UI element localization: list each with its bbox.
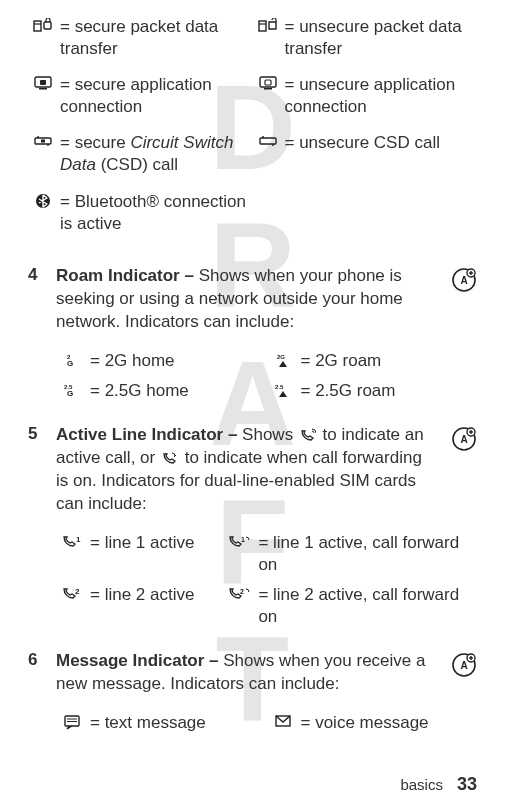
svg-text:1: 1	[76, 535, 81, 544]
secure-csd-icon	[32, 132, 54, 148]
line1-active-icon: 1	[60, 532, 84, 548]
section6-title: Message Indicator –	[56, 651, 223, 670]
line2-active-icon: 2	[60, 584, 84, 600]
roam-subgrid: 2G = 2G home 2G = 2G roam 2.5G = 2.5G ho…	[56, 346, 477, 406]
line2-fwd-label: = line 2 active, call forward on	[258, 584, 473, 628]
line2-fwd-icon: 2	[228, 584, 252, 600]
section5-num: 5	[28, 424, 46, 444]
unsecure-app-label: = unsecure application connection	[285, 74, 474, 118]
line1-fwd-label: = line 1 active, call forward on	[258, 532, 473, 576]
unsecure-app-icon	[257, 74, 279, 90]
unsecure-packet-label: = unsecure packet data transfer	[285, 16, 474, 60]
svg-text:A: A	[460, 660, 467, 671]
g2-roam-label: = 2G roam	[301, 350, 474, 372]
secure-csd-label: = secure Circuit Switch Data (CSD) call	[60, 132, 249, 176]
section6-body: Message Indicator – Shows when you recei…	[56, 650, 435, 696]
svg-text:2: 2	[240, 588, 244, 595]
secure-csd-suffix: (CSD) call	[96, 155, 178, 174]
svg-marker-23	[279, 361, 287, 367]
svg-rect-2	[44, 22, 51, 29]
top-indicator-grid: = secure packet data transfer = unsecure…	[28, 12, 477, 245]
g25-roam-label: = 2.5G roam	[301, 380, 474, 402]
secure-packet-label: = secure packet data transfer	[60, 16, 249, 60]
roam-indicator-icon: A	[451, 265, 477, 293]
secure-packet-icon	[32, 16, 54, 32]
unsecure-csd-label: = unsecure CSD call	[285, 132, 474, 154]
section-roam: 4 Roam Indicator – Shows when your phone…	[28, 265, 477, 406]
bluetooth-icon	[32, 191, 54, 209]
g25-roam-icon: 2.5	[271, 380, 295, 398]
secure-csd-cell: = secure Circuit Switch Data (CSD) call	[28, 128, 253, 186]
active-line-indicator-icon: A	[451, 424, 477, 452]
section5-body: Active Line Indicator – Shows to indicat…	[56, 424, 435, 516]
unsecure-csd-cell: = unsecure CSD call	[253, 128, 478, 186]
secure-app-cell: = secure application connection	[28, 70, 253, 128]
svg-rect-3	[259, 21, 266, 31]
bluetooth-label: = Bluetooth® connection is active	[60, 191, 249, 235]
g2-roam-cell: 2G = 2G roam	[267, 346, 478, 376]
line1-active-label: = line 1 active	[90, 532, 220, 554]
voice-msg-icon	[271, 712, 295, 728]
svg-text:1: 1	[241, 536, 245, 543]
g2-roam-icon: 2G	[271, 350, 295, 368]
svg-rect-13	[260, 138, 276, 144]
text-msg-cell: = text message	[56, 708, 267, 738]
svg-text:2G: 2G	[277, 354, 285, 360]
text-msg-icon	[60, 712, 84, 730]
message-indicator-icon: A	[451, 650, 477, 678]
g2-home-cell: 2G = 2G home	[56, 346, 267, 376]
section4-num: 4	[28, 265, 46, 285]
unsecure-packet-icon	[257, 16, 279, 32]
section-message: 6 Message Indicator – Shows when you rec…	[28, 650, 477, 738]
line1-fwd-icon: 1	[228, 532, 252, 548]
svg-text:G: G	[67, 359, 73, 368]
svg-rect-12	[41, 140, 45, 143]
secure-app-icon	[32, 74, 54, 90]
secure-csd-prefix: = secure	[60, 133, 130, 152]
g25-home-icon: 2.5G	[60, 380, 84, 398]
svg-rect-6	[39, 88, 47, 90]
line1-active-cell: 1 = line 1 active	[56, 528, 224, 580]
line2-fwd-cell: 2 = line 2 active, call forward on	[224, 580, 477, 632]
line1-fwd-cell: 1 = line 1 active, call forward on	[224, 528, 477, 580]
unsecure-app-cell: = unsecure application connection	[253, 70, 478, 128]
voice-msg-cell: = voice message	[267, 708, 478, 738]
footer-label: basics	[400, 776, 443, 793]
active-call-inline-icon	[300, 428, 316, 442]
secure-app-label: = secure application connection	[60, 74, 249, 118]
svg-rect-10	[265, 80, 271, 85]
section6-num: 6	[28, 650, 46, 670]
message-subgrid: = text message = voice message	[56, 708, 477, 738]
svg-text:A: A	[460, 275, 467, 286]
section-active-line: 5 Active Line Indicator – Shows to indic…	[28, 424, 477, 632]
svg-text:G: G	[67, 389, 73, 398]
secure-packet-cell: = secure packet data transfer	[28, 12, 253, 70]
g2-home-label: = 2G home	[90, 350, 263, 372]
g25-roam-cell: 2.5 = 2.5G roam	[267, 376, 478, 406]
g25-home-label: = 2.5G home	[90, 380, 263, 402]
active-line-subgrid: 1 = line 1 active 1 = line 1 active, cal…	[56, 528, 477, 632]
text-msg-label: = text message	[90, 712, 263, 734]
bluetooth-cell: = Bluetooth® connection is active	[28, 187, 253, 245]
g25-home-cell: 2.5G = 2.5G home	[56, 376, 267, 406]
svg-text:2.5: 2.5	[275, 384, 284, 390]
svg-rect-7	[40, 80, 46, 85]
line2-active-label: = line 2 active	[90, 584, 220, 606]
section5-desc-pre: Shows	[242, 425, 298, 444]
section5-title: Active Line Indicator –	[56, 425, 242, 444]
unsecure-csd-icon	[257, 132, 279, 148]
svg-rect-0	[34, 21, 41, 31]
line2-active-cell: 2 = line 2 active	[56, 580, 224, 632]
svg-text:A: A	[460, 434, 467, 445]
page-footer: basics 33	[400, 774, 477, 795]
voice-msg-label: = voice message	[301, 712, 474, 734]
g2-home-icon: 2G	[60, 350, 84, 368]
unsecure-packet-cell: = unsecure packet data transfer	[253, 12, 478, 70]
section4-title: Roam Indicator –	[56, 266, 199, 285]
call-forward-inline-icon	[162, 451, 178, 465]
svg-marker-27	[279, 391, 287, 397]
footer-page-num: 33	[457, 774, 477, 795]
svg-rect-9	[264, 88, 272, 90]
svg-text:2: 2	[75, 587, 80, 596]
section4-body: Roam Indicator – Shows when your phone i…	[56, 265, 435, 334]
